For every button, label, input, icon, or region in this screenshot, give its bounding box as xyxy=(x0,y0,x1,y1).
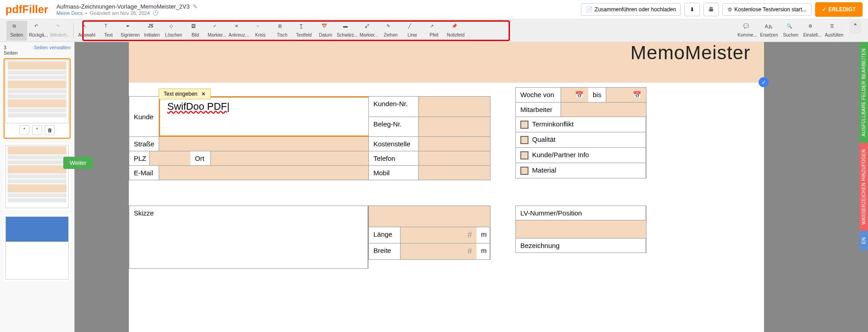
sidebar-header: 3 Seiten Seiten verwalten xyxy=(4,44,71,58)
mitarbeiter-field[interactable] xyxy=(561,103,646,117)
thumbnail-2[interactable]: 2 45 xyxy=(4,143,71,210)
highlight-icon: 🖍 xyxy=(365,23,373,32)
calendar-icon: 📅 xyxy=(633,91,642,98)
edit-title-icon[interactable]: ✎ xyxy=(193,3,198,10)
watermark-tab[interactable]: WASSERZEICHEN HINZUFÜGEN xyxy=(859,143,868,231)
check2-icon: ✓ xyxy=(213,23,221,32)
done-button[interactable]: ✓ ERLEDIGT xyxy=(815,2,863,17)
image-tool[interactable]: 🖼Bild xyxy=(185,21,206,41)
print-button[interactable]: 🖶 xyxy=(703,3,719,16)
kundennr-field[interactable] xyxy=(419,97,490,117)
textfield-icon: T̲ xyxy=(300,23,308,32)
hash-icon: # xyxy=(467,230,472,239)
download-button[interactable]: ⬇ xyxy=(684,3,700,16)
line-tool[interactable]: ╱Linie xyxy=(402,21,423,41)
image-icon: 🖼 xyxy=(191,23,199,32)
close-tooltip-icon[interactable]: ✕ xyxy=(201,91,206,97)
fill-button[interactable]: ☰Ausfüllen xyxy=(824,21,844,41)
settings-button[interactable]: ⚙Einstell... xyxy=(802,21,823,41)
sticky-tool[interactable]: 📌Notizfeld xyxy=(445,21,466,41)
select-tool[interactable]: ↖Auswahl xyxy=(76,21,97,41)
pages-sidebar: 3 Seiten Seiten verwalten 1 1/46 ˄ ˅ 🗑 2 xyxy=(0,42,75,332)
checkbox-icon[interactable] xyxy=(520,167,528,175)
table-tool[interactable]: ⊞Tisch xyxy=(272,21,292,41)
erase-tool[interactable]: ◇Löschen xyxy=(163,21,184,41)
sign-tool[interactable]: ✒Signieren xyxy=(120,21,141,41)
merge-upload-button[interactable]: 📄 Zusammenführen oder hochladen xyxy=(581,3,681,16)
table-label: Tisch xyxy=(277,33,288,37)
page-count: 3 xyxy=(4,45,18,50)
undo-button[interactable]: ↶Rückgä... xyxy=(28,21,49,41)
third-tab[interactable]: EN xyxy=(859,231,868,250)
skizze-block: Skizze xyxy=(129,206,368,269)
pages-panel-button[interactable]: ⧉Seiten xyxy=(6,21,27,41)
check-label: Markier... xyxy=(208,33,226,37)
initials-tool[interactable]: JSInitialen xyxy=(142,21,162,41)
crown-icon: ♔ xyxy=(727,6,732,13)
qualitaet-label: Qualität xyxy=(532,136,556,143)
bis-field[interactable]: 📅 xyxy=(606,88,646,102)
text-input-tooltip: Text eingeben ✕ xyxy=(159,89,211,99)
laenge-field[interactable]: # xyxy=(401,227,476,243)
thumb-up-button[interactable]: ˄ xyxy=(19,125,29,135)
replace-button[interactable]: AあErsetzen xyxy=(759,21,779,41)
ort-label: Ort xyxy=(190,151,211,165)
belegnr-field[interactable] xyxy=(419,117,490,136)
thumbnail-1[interactable]: 1 1/46 ˄ ˅ 🗑 xyxy=(4,58,71,139)
material-row[interactable]: Material xyxy=(516,163,646,178)
terminkonflikt-row[interactable]: Terminkonflikt xyxy=(516,117,646,132)
thumb-preview xyxy=(5,216,69,280)
blackout-tool[interactable]: ▬Schwärz... xyxy=(337,21,358,41)
blackout-label: Schwärz... xyxy=(337,33,358,37)
breite-field[interactable]: # xyxy=(401,243,476,259)
checkbox-icon[interactable] xyxy=(520,151,528,159)
my-docs-link[interactable]: Meine Docs xyxy=(57,10,83,16)
reference-block: Kunden-Nr. Beleg-Nr. Kostenstelle Telefo… xyxy=(368,96,491,180)
document-canvas[interactable]: ✓ MemoMeister Text eingeben ✕ Kunde Swif… xyxy=(75,42,868,332)
woche-von-label: Woche von xyxy=(516,88,561,102)
weiter-button[interactable]: Weiter xyxy=(63,157,93,169)
lvnummer-field[interactable] xyxy=(516,220,646,238)
header-actions: 📄 Zusammenführen oder hochladen ⬇ 🖶 ♔ Ko… xyxy=(581,2,863,17)
undo-label: Rückgä... xyxy=(29,33,48,37)
kostenstelle-field[interactable] xyxy=(419,137,490,151)
select-label: Auswahl xyxy=(78,33,95,37)
mitarbeiter-label: Mitarbeiter xyxy=(516,103,561,117)
comment-button[interactable]: 💬Komme... xyxy=(737,21,758,41)
thumb-down-button[interactable]: ˅ xyxy=(32,125,42,135)
draw-label: Ziehen xyxy=(384,33,398,37)
check-tool[interactable]: ✓Markier... xyxy=(207,21,227,41)
trial-button[interactable]: ♔ Kostenlose Testversion start... xyxy=(722,3,811,16)
thumb-preview xyxy=(5,145,69,208)
line-label: Linie xyxy=(407,33,417,37)
cross-tool[interactable]: ✕Ankreuz... xyxy=(228,21,249,41)
pages-icon: ⧉ xyxy=(13,23,21,32)
telefon-field[interactable] xyxy=(419,151,490,165)
settings-label: Einstell... xyxy=(803,33,822,37)
search-button[interactable]: 🔍Suchen xyxy=(780,21,801,41)
kundepartner-row[interactable]: Kunde/Partner Info xyxy=(516,148,646,163)
thumbnail-3[interactable]: 3 xyxy=(4,215,71,281)
mobil-field[interactable] xyxy=(419,166,490,180)
plz-field[interactable] xyxy=(150,151,190,165)
edit-fields-tab[interactable]: AUSFÜLLBARE FELDER BEARBEITEN xyxy=(859,42,868,143)
circle-tool[interactable]: ○Kreis xyxy=(250,21,271,41)
plz-label: PLZ xyxy=(129,151,150,165)
text-tool[interactable]: TText xyxy=(98,21,119,41)
clock-icon: 🕐 xyxy=(152,10,159,16)
thumb-delete-button[interactable]: 🗑 xyxy=(45,125,55,135)
textfield-tool[interactable]: T̲Textfeld xyxy=(293,21,314,41)
draw-tool[interactable]: ✎Ziehen xyxy=(380,21,401,41)
qualitaet-row[interactable]: Qualität xyxy=(516,132,646,147)
skizze-label: Skizze xyxy=(129,206,368,268)
checkbox-icon[interactable] xyxy=(520,121,528,129)
manage-pages-link[interactable]: Seiten verwalten xyxy=(34,45,71,50)
highlight-tool[interactable]: 🖍Markier... xyxy=(359,21,379,41)
redo-button[interactable]: ↷Wiederh... xyxy=(50,21,71,41)
date-tool[interactable]: 📅Datum xyxy=(315,21,336,41)
checkbox-icon[interactable] xyxy=(520,136,528,144)
woche-von-field[interactable]: 📅 xyxy=(561,88,588,102)
mobil-label: Mobil xyxy=(369,166,419,180)
collapse-toolbar-button[interactable]: ˄ xyxy=(849,21,862,33)
arrow-tool[interactable]: ↗Pfeil xyxy=(424,21,444,41)
